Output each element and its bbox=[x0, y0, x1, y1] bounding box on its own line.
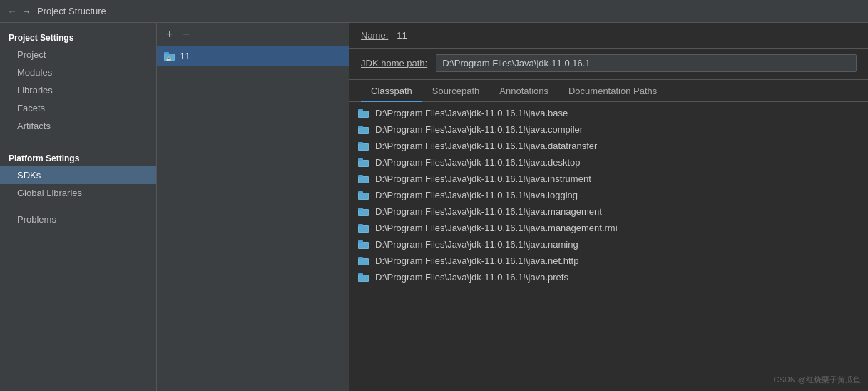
svg-rect-24 bbox=[359, 210, 368, 215]
classpath-item: D:\Program Files\Java\jdk-11.0.16.1!\jav… bbox=[349, 236, 868, 253]
classpath-path: D:\Program Files\Java\jdk-11.0.16.1!\jav… bbox=[375, 272, 568, 283]
sidebar-item-artifacts[interactable]: Artifacts bbox=[0, 117, 156, 135]
svg-rect-33 bbox=[359, 259, 368, 265]
tab-documentation-paths[interactable]: Documentation Paths bbox=[558, 80, 667, 102]
classpath-path: D:\Program Files\Java\jdk-11.0.16.1!\jav… bbox=[375, 206, 602, 217]
classpath-item: D:\Program Files\Java\jdk-11.0.16.1!\jav… bbox=[349, 154, 868, 171]
svg-rect-5 bbox=[358, 109, 363, 111]
add-sdk-button[interactable]: + bbox=[163, 27, 176, 41]
middle-panel: + − ☕ 11 bbox=[157, 23, 349, 391]
back-arrow[interactable]: ← bbox=[7, 6, 17, 17]
svg-rect-23 bbox=[358, 208, 363, 210]
watermark: CSDN @红烧栗子黄瓜鱼 bbox=[774, 375, 861, 385]
jdk-path-input[interactable] bbox=[436, 54, 857, 72]
tab-sourcepath[interactable]: Sourcepath bbox=[422, 80, 490, 102]
sdk-item-11[interactable]: ☕ 11 bbox=[157, 46, 349, 66]
classpath-folder-icon bbox=[358, 191, 369, 200]
classpath-path: D:\Program Files\Java\jdk-11.0.16.1!\jav… bbox=[375, 141, 597, 151]
title-bar: ← → Project Structure bbox=[0, 0, 868, 23]
svg-rect-27 bbox=[359, 226, 368, 232]
classpath-folder-icon bbox=[358, 256, 369, 266]
svg-rect-12 bbox=[359, 144, 368, 150]
classpath-path: D:\Program Files\Java\jdk-11.0.16.1!\jav… bbox=[375, 108, 568, 118]
svg-rect-36 bbox=[359, 275, 368, 281]
classpath-item: D:\Program Files\Java\jdk-11.0.16.1!\jav… bbox=[349, 203, 868, 220]
tab-annotations[interactable]: Annotations bbox=[489, 80, 558, 102]
classpath-path: D:\Program Files\Java\jdk-11.0.16.1!\jav… bbox=[375, 173, 591, 184]
classpath-folder-icon bbox=[358, 207, 369, 217]
classpath-folder-icon bbox=[358, 108, 369, 118]
sidebar-item-problems[interactable]: Problems bbox=[0, 210, 156, 228]
svg-rect-32 bbox=[358, 257, 363, 259]
svg-rect-9 bbox=[359, 128, 368, 133]
classpath-folder-icon bbox=[358, 141, 369, 151]
classpath-path: D:\Program Files\Java\jdk-11.0.16.1!\jav… bbox=[375, 239, 578, 250]
middle-toolbar: + − bbox=[157, 23, 349, 46]
classpath-folder-icon bbox=[358, 174, 369, 184]
classpath-path: D:\Program Files\Java\jdk-11.0.16.1!\jav… bbox=[375, 190, 578, 200]
svg-rect-1 bbox=[164, 52, 169, 54]
name-value: 11 bbox=[397, 30, 407, 41]
classpath-folder-icon bbox=[358, 240, 369, 250]
name-label: Name: bbox=[361, 30, 388, 41]
svg-rect-6 bbox=[359, 111, 368, 117]
svg-rect-26 bbox=[358, 224, 363, 226]
main-layout: Project Settings Project Modules Librari… bbox=[0, 23, 868, 391]
jdk-path-label: JDK home path: bbox=[361, 58, 427, 68]
svg-rect-35 bbox=[358, 273, 363, 275]
svg-rect-17 bbox=[358, 175, 363, 177]
classpath-path: D:\Program Files\Java\jdk-11.0.16.1!\jav… bbox=[375, 223, 618, 233]
classpath-item: D:\Program Files\Java\jdk-11.0.16.1!\jav… bbox=[349, 253, 868, 269]
classpath-item: D:\Program Files\Java\jdk-11.0.16.1!\jav… bbox=[349, 171, 868, 187]
sdk-folder-icon: ☕ bbox=[164, 51, 175, 61]
tab-classpath[interactable]: Classpath bbox=[361, 80, 422, 102]
right-panel: Name: 11 JDK home path: Classpath Source… bbox=[349, 23, 868, 391]
sdk-item-label: 11 bbox=[180, 51, 190, 61]
sdk-list: ☕ 11 bbox=[157, 46, 349, 391]
sidebar-item-libraries[interactable]: Libraries bbox=[0, 81, 156, 99]
classpath-list: D:\Program Files\Java\jdk-11.0.16.1!\jav… bbox=[349, 102, 868, 391]
svg-rect-15 bbox=[359, 161, 368, 166]
project-settings-title: Project Settings bbox=[0, 29, 156, 46]
title-bar-title: Project Structure bbox=[37, 6, 106, 16]
platform-settings-title: Platform Settings bbox=[0, 149, 156, 166]
classpath-path: D:\Program Files\Java\jdk-11.0.16.1!\jav… bbox=[375, 124, 583, 135]
svg-rect-18 bbox=[359, 177, 368, 183]
classpath-folder-icon bbox=[358, 125, 369, 135]
sidebar: Project Settings Project Modules Librari… bbox=[0, 23, 157, 391]
forward-arrow[interactable]: → bbox=[21, 6, 31, 17]
classpath-path: D:\Program Files\Java\jdk-11.0.16.1!\jav… bbox=[375, 255, 578, 266]
remove-sdk-button[interactable]: − bbox=[179, 27, 193, 41]
classpath-item: D:\Program Files\Java\jdk-11.0.16.1!\jav… bbox=[349, 269, 868, 285]
classpath-folder-icon bbox=[358, 158, 369, 168]
svg-rect-21 bbox=[359, 193, 368, 199]
classpath-item: D:\Program Files\Java\jdk-11.0.16.1!\jav… bbox=[349, 187, 868, 203]
sidebar-item-project[interactable]: Project bbox=[0, 46, 156, 64]
sidebar-item-global-libraries[interactable]: Global Libraries bbox=[0, 184, 156, 202]
classpath-item: D:\Program Files\Java\jdk-11.0.16.1!\jav… bbox=[349, 220, 868, 236]
svg-rect-14 bbox=[358, 158, 363, 161]
tabs-bar: Classpath Sourcepath Annotations Documen… bbox=[349, 80, 868, 102]
svg-rect-8 bbox=[358, 126, 363, 128]
nav-controls: ← → bbox=[7, 6, 31, 17]
classpath-path: D:\Program Files\Java\jdk-11.0.16.1!\jav… bbox=[375, 157, 581, 168]
classpath-item: D:\Program Files\Java\jdk-11.0.16.1!\jav… bbox=[349, 121, 868, 138]
classpath-folder-icon bbox=[358, 273, 369, 283]
svg-rect-11 bbox=[358, 142, 363, 144]
classpath-item: D:\Program Files\Java\jdk-11.0.16.1!\jav… bbox=[349, 105, 868, 121]
svg-text:☕: ☕ bbox=[166, 56, 172, 61]
name-row: Name: 11 bbox=[349, 23, 868, 49]
svg-rect-20 bbox=[358, 191, 363, 193]
svg-rect-30 bbox=[359, 243, 368, 248]
jdk-path-row: JDK home path: bbox=[349, 49, 868, 80]
sidebar-item-facets[interactable]: Facets bbox=[0, 99, 156, 117]
classpath-folder-icon bbox=[358, 223, 369, 233]
sidebar-item-sdks[interactable]: SDKs bbox=[0, 166, 156, 184]
classpath-item: D:\Program Files\Java\jdk-11.0.16.1!\jav… bbox=[349, 138, 868, 154]
svg-rect-29 bbox=[358, 240, 363, 243]
sidebar-item-modules[interactable]: Modules bbox=[0, 64, 156, 81]
